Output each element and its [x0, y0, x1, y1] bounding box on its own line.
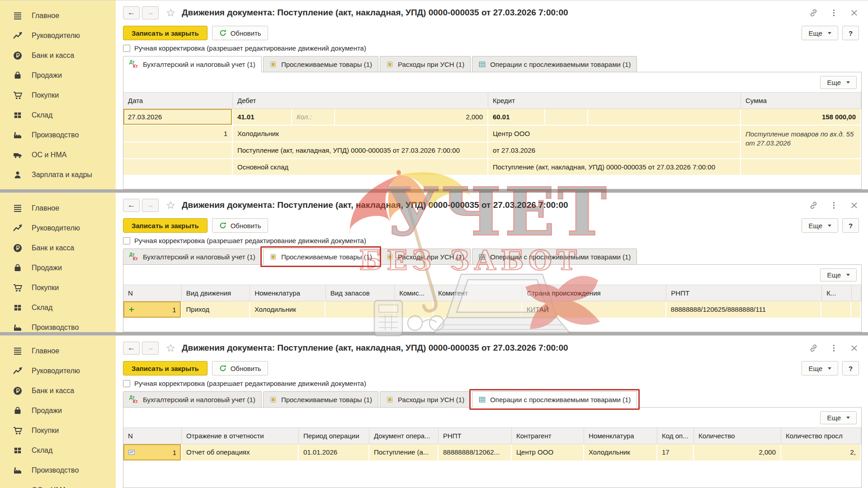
cell[interactable]: Холодильник: [250, 301, 326, 319]
more-button[interactable]: Еще: [802, 361, 838, 375]
favorite-star-icon[interactable]: [166, 201, 175, 210]
cell[interactable]: [545, 109, 588, 126]
cell[interactable]: Центр ООО: [512, 444, 584, 461]
cell[interactable]: [741, 159, 861, 176]
column-header[interactable]: Документ опера...: [369, 427, 439, 444]
refresh-button[interactable]: Обновить: [212, 361, 268, 375]
more-button[interactable]: Еще: [820, 268, 857, 282]
help-button[interactable]: ?: [842, 26, 859, 40]
column-header[interactable]: Отражение в отчетности: [182, 427, 299, 444]
cell[interactable]: Приход: [182, 301, 250, 319]
sidebar-item-bag[interactable]: Продажи: [0, 258, 116, 278]
sidebar-item-grid[interactable]: Склад: [0, 298, 116, 318]
cell-sum[interactable]: 158 000,00: [741, 109, 861, 126]
save-and-close-button[interactable]: Записать и закрыть: [123, 218, 208, 233]
save-and-close-button[interactable]: Записать и закрыть: [123, 26, 208, 40]
kebab-menu-icon[interactable]: [829, 201, 839, 210]
cell-row-number[interactable]: 1: [123, 126, 233, 142]
cell[interactable]: 2,: [781, 444, 861, 461]
sidebar-item-ruble[interactable]: Банк и касса: [0, 46, 116, 66]
cell[interactable]: 01.01.2026: [299, 444, 369, 461]
column-header[interactable]: Номенклатура: [584, 427, 657, 444]
help-button[interactable]: ?: [842, 218, 859, 233]
cell[interactable]: 88888888/120625/8888888/111: [666, 301, 822, 319]
cell[interactable]: [821, 301, 851, 319]
cell-date[interactable]: 27.03.2026: [123, 109, 233, 126]
sidebar-item-factory[interactable]: Производство: [0, 460, 116, 480]
sidebar-item-cart[interactable]: Покупки: [0, 278, 116, 298]
cell[interactable]: КИТАЙ: [522, 301, 666, 319]
close-icon[interactable]: [849, 201, 859, 210]
cell-credit-analytics[interactable]: Поступление (акт, накладная, УПД) 0000-0…: [488, 159, 741, 176]
column-header[interactable]: К...: [822, 285, 852, 301]
column-header[interactable]: Количество: [694, 427, 781, 444]
tab-traceable-operations[interactable]: Операции с прослеживаемыми товарами (1): [472, 56, 637, 72]
column-header[interactable]: N: [123, 427, 182, 444]
cell[interactable]: 1: [123, 301, 182, 319]
cell[interactable]: [123, 159, 233, 176]
manual-adjustment-checkbox[interactable]: [123, 237, 130, 244]
more-button[interactable]: Еще: [820, 411, 857, 424]
sidebar-item-cart[interactable]: Покупки: [0, 421, 116, 441]
help-button[interactable]: ?: [842, 361, 859, 375]
cell[interactable]: 1: [123, 444, 182, 461]
column-header[interactable]: Сумма: [741, 92, 861, 109]
cell[interactable]: [326, 301, 394, 319]
column-header[interactable]: Код оп...: [657, 427, 694, 444]
tab-accounting[interactable]: ДтКтБухгалтерский и налоговый учет (1): [123, 391, 262, 408]
sidebar-item-factory[interactable]: Производство: [0, 318, 116, 332]
close-icon[interactable]: [849, 343, 859, 353]
tab-traceable-goods[interactable]: Прослеживаемые товары (1): [263, 249, 378, 265]
sidebar-item-bag[interactable]: Продажи: [0, 401, 116, 421]
sidebar-item-cart[interactable]: Покупки: [0, 85, 116, 105]
column-header[interactable]: Номенклатура: [250, 285, 326, 301]
sidebar-item-factory[interactable]: Производство: [0, 125, 116, 145]
tab-traceable-operations[interactable]: Операции с прослеживаемыми товарами (1): [472, 391, 637, 408]
column-header[interactable]: Кредит: [488, 92, 741, 109]
cell[interactable]: [588, 109, 741, 126]
sidebar-item-menu[interactable]: Главное: [0, 341, 116, 361]
kebab-menu-icon[interactable]: [829, 8, 839, 18]
column-header[interactable]: Комитент: [434, 285, 522, 301]
tab-accounting[interactable]: ДтКтБухгалтерский и налоговый учет (1): [123, 56, 262, 72]
sidebar-item-truck[interactable]: ОС и НМА: [0, 480, 116, 488]
tab-usn-expenses[interactable]: Расходы при УСН (1): [380, 56, 471, 72]
table-row[interactable]: 1ПриходХолодильникКИТАЙ88888888/120625/8…: [123, 301, 861, 319]
cell-sum-comment[interactable]: Поступление товаров по вх.д. 55 от 27.03…: [741, 126, 861, 159]
cell[interactable]: 17: [657, 444, 694, 461]
link-icon[interactable]: [809, 201, 818, 210]
column-header[interactable]: Дата: [123, 92, 233, 109]
link-icon[interactable]: [809, 343, 818, 353]
cell-credit-analytics[interactable]: Центр ООО: [488, 126, 741, 142]
column-header[interactable]: [852, 285, 861, 301]
cell[interactable]: [434, 301, 522, 319]
sidebar-item-trend[interactable]: Руководителю: [0, 218, 116, 238]
more-button[interactable]: Еще: [820, 76, 857, 89]
link-icon[interactable]: [809, 8, 818, 18]
sidebar-item-bag[interactable]: Продажи: [0, 66, 116, 85]
column-header[interactable]: Вид запасов: [326, 285, 395, 301]
tab-traceable-goods[interactable]: Прослеживаемые товары (1): [263, 391, 378, 408]
cell[interactable]: [851, 301, 861, 319]
sidebar-item-ruble[interactable]: Банк и касса: [0, 238, 116, 258]
cell-debit-analytics[interactable]: Поступление (акт, накладная, УПД) 0000-0…: [233, 142, 488, 159]
manual-adjustment-checkbox[interactable]: [123, 380, 130, 387]
manual-adjustment-checkbox[interactable]: [123, 45, 130, 52]
cell[interactable]: Отчет об операциях: [182, 444, 299, 461]
back-button[interactable]: ←: [123, 199, 140, 212]
sidebar-item-trend[interactable]: Руководителю: [0, 26, 116, 46]
cell[interactable]: Холодильник: [584, 444, 657, 461]
column-header[interactable]: Вид движения: [182, 285, 250, 301]
cell-credit-account[interactable]: 60.01: [488, 109, 545, 126]
forward-button[interactable]: →: [142, 6, 159, 19]
column-header[interactable]: РНПТ: [439, 427, 512, 444]
forward-button[interactable]: →: [142, 199, 159, 212]
sidebar-item-trend[interactable]: Руководителю: [0, 361, 116, 381]
cell[interactable]: [123, 142, 233, 159]
sidebar-item-truck[interactable]: ОС и НМА: [0, 145, 116, 165]
sidebar-item-menu[interactable]: Главное: [0, 198, 116, 218]
table-row[interactable]: 1Отчет об операциях01.01.2026Поступление…: [123, 444, 861, 461]
cell-debit-analytics[interactable]: Основной склад: [233, 159, 488, 176]
column-header[interactable]: РНПТ: [666, 285, 822, 301]
column-header[interactable]: Комис...: [395, 285, 434, 301]
